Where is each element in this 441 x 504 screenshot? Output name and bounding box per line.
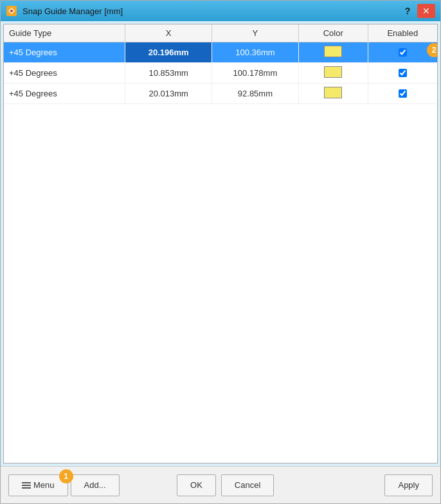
- cell-enabled[interactable]: 2: [368, 42, 437, 63]
- footer-left: Menu 1 Add...: [8, 474, 120, 496]
- cell-y[interactable]: 92.85mm: [212, 84, 299, 104]
- title-bar-left: Snap Guide Manager [mm]: [6, 5, 123, 17]
- enabled-checkbox[interactable]: [399, 69, 407, 77]
- cell-guide-type: +45 Degrees: [4, 63, 125, 84]
- table-row[interactable]: +45 Degrees20.013mm92.85mm: [4, 84, 437, 104]
- close-button[interactable]: ✕: [417, 4, 435, 18]
- main-window: Snap Guide Manager [mm] ? ✕ Guide Type X: [0, 0, 441, 504]
- cell-enabled[interactable]: [368, 63, 437, 84]
- cell-y[interactable]: 100.36mm: [212, 42, 299, 63]
- title-bar: Snap Guide Manager [mm] ? ✕: [1, 1, 440, 21]
- cell-color[interactable]: [298, 42, 368, 63]
- table-header-row: Guide Type X Y Color Enabled: [4, 24, 437, 42]
- color-swatch: [324, 46, 342, 57]
- apply-button[interactable]: Apply: [384, 474, 433, 496]
- add-button[interactable]: Add...: [71, 474, 120, 496]
- footer-center: OK Cancel: [125, 474, 327, 496]
- color-swatch: [324, 66, 342, 78]
- menu-badge: 1: [59, 469, 73, 483]
- content-area: Guide Type X Y Color Enabled: [1, 21, 440, 466]
- table-row[interactable]: +45 Degrees10.853mm100.178mm: [4, 63, 437, 84]
- svg-point-1: [10, 10, 13, 12]
- col-header-guide-type: Guide Type: [4, 24, 125, 42]
- table-row[interactable]: +45 Degrees20.196mm100.36mm2: [4, 42, 437, 63]
- title-bar-buttons: ? ✕: [401, 4, 435, 18]
- cell-color[interactable]: [298, 84, 368, 104]
- menu-button-container: Menu 1: [8, 474, 68, 496]
- guides-table: Guide Type X Y Color Enabled: [4, 24, 437, 104]
- col-header-enabled: Enabled: [368, 24, 437, 42]
- table-container: Guide Type X Y Color Enabled: [3, 24, 438, 464]
- help-button[interactable]: ?: [401, 4, 415, 18]
- cell-guide-type: +45 Degrees: [4, 42, 125, 63]
- cell-color[interactable]: [298, 63, 368, 84]
- enabled-badge: 2: [427, 43, 438, 57]
- cell-x[interactable]: 10.853mm: [125, 63, 212, 84]
- cell-guide-type: +45 Degrees: [4, 84, 125, 104]
- footer-right: Apply: [332, 474, 433, 496]
- enabled-checkbox[interactable]: [399, 48, 407, 57]
- cell-y[interactable]: 100.178mm: [212, 63, 299, 84]
- cell-x[interactable]: 20.013mm: [125, 84, 212, 104]
- enabled-checkbox[interactable]: [399, 89, 407, 98]
- cell-enabled[interactable]: [368, 84, 437, 104]
- col-header-x: X: [125, 24, 212, 42]
- app-icon: [6, 5, 17, 17]
- col-header-color: Color: [298, 24, 368, 42]
- footer: Menu 1 Add... OK Cancel Apply: [1, 466, 440, 503]
- menu-icon: [22, 482, 31, 489]
- cancel-button[interactable]: Cancel: [221, 474, 274, 496]
- cell-x[interactable]: 20.196mm: [125, 42, 212, 63]
- window-title: Snap Guide Manager [mm]: [22, 6, 123, 16]
- color-swatch: [324, 87, 342, 98]
- ok-button[interactable]: OK: [177, 474, 216, 496]
- col-header-y: Y: [212, 24, 299, 42]
